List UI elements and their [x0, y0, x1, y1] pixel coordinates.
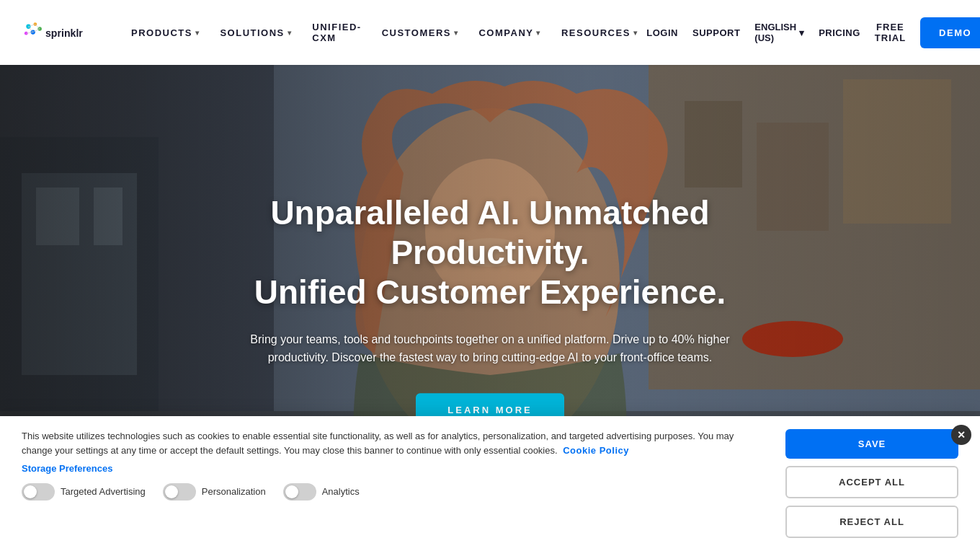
cookie-action-buttons: SAVE ACCEPT ALL REJECT ALL — [785, 429, 958, 538]
cookie-banner: This website utilizes technologies such … — [0, 416, 980, 551]
cookie-save-button[interactable]: SAVE — [785, 429, 958, 459]
cookie-reject-all-button[interactable]: REJECT ALL — [785, 506, 958, 538]
targeted-advertising-toggle[interactable] — [22, 483, 55, 501]
main-nav: PRODUCTS ▾ SOLUTIONS ▾ UNIFIED-CXM CUSTO… — [122, 16, 646, 49]
cookie-policy-link[interactable]: Cookie Policy — [563, 445, 629, 456]
storage-preferences-link[interactable]: Storage Preferences — [22, 462, 764, 476]
hero-subtext: Bring your teams, tools and touchpoints … — [220, 330, 760, 367]
nav-company[interactable]: COMPANY ▾ — [470, 22, 549, 44]
cookie-close-button[interactable]: ✕ — [951, 425, 971, 445]
toggle-personalization-label: Personalization — [202, 485, 266, 499]
chevron-down-icon: ▾ — [195, 29, 200, 37]
pricing-link[interactable]: PRICING — [819, 27, 860, 38]
personalization-toggle[interactable] — [163, 483, 196, 501]
cookie-text-section: This website utilizes technologies such … — [22, 429, 764, 501]
toggle-targeted-advertising: Targeted Advertising — [22, 483, 146, 501]
svg-text:sprinklr: sprinklr — [45, 27, 83, 39]
toggle-personalization: Personalization — [163, 483, 266, 501]
nav-customers[interactable]: CUSTOMERS ▾ — [373, 22, 468, 44]
chevron-down-icon: ▾ — [633, 29, 638, 37]
svg-line-6 — [35, 25, 40, 29]
chevron-down-icon: ▾ — [288, 29, 293, 37]
hero-headline: Unparalleled AI. Unmatched Productivity.… — [220, 193, 760, 313]
toggle-analytics: Analytics — [283, 483, 360, 501]
close-icon: ✕ — [957, 429, 966, 441]
site-logo[interactable]: sprinklr — [22, 19, 101, 46]
cookie-toggles: Targeted Advertising Personalization Ana… — [22, 483, 764, 501]
navbar: sprinklr PRODUCTS ▾ SOLUTIONS ▾ UNIFIED-… — [0, 0, 980, 65]
nav-unified-cxm-label: UNIFIED-CXM — [312, 22, 361, 43]
navbar-right: LOGIN SUPPORT ENGLISH (US) ▾ PRICING FRE… — [646, 17, 980, 48]
hero-content: Unparalleled AI. Unmatched Productivity.… — [220, 193, 760, 427]
toggle-targeted-advertising-label: Targeted Advertising — [61, 485, 146, 499]
chevron-down-icon: ▾ — [536, 29, 541, 37]
support-link[interactable]: SUPPORT — [692, 27, 740, 38]
chevron-down-icon: ▾ — [454, 29, 459, 37]
chevron-down-icon: ▾ — [799, 27, 804, 38]
nav-resources-label: RESOURCES — [561, 27, 631, 38]
hero-headline-line1: Unparalleled AI. Unmatched Productivity. — [270, 194, 709, 271]
login-link[interactable]: LOGIN — [646, 27, 678, 38]
hero-headline-line2: Unified Customer Experience. — [254, 274, 726, 312]
nav-products-label: PRODUCTS — [131, 27, 192, 38]
cookie-accept-all-button[interactable]: ACCEPT ALL — [785, 466, 958, 498]
nav-resources[interactable]: RESOURCES ▾ — [553, 22, 646, 44]
demo-button[interactable]: DEMO — [920, 17, 980, 48]
free-trial-button[interactable]: FREE TRIAL — [875, 22, 906, 43]
nav-solutions[interactable]: SOLUTIONS ▾ — [211, 22, 300, 44]
nav-solutions-label: SOLUTIONS — [220, 27, 284, 38]
toggle-analytics-label: Analytics — [322, 485, 360, 499]
svg-line-7 — [28, 27, 32, 32]
language-label: ENGLISH (US) — [754, 22, 796, 43]
nav-products[interactable]: PRODUCTS ▾ — [122, 22, 208, 44]
nav-customers-label: CUSTOMERS — [382, 27, 451, 38]
nav-company-label: COMPANY — [478, 27, 533, 38]
analytics-toggle[interactable] — [283, 483, 316, 501]
language-selector[interactable]: ENGLISH (US) ▾ — [754, 22, 804, 43]
nav-unified-cxm[interactable]: UNIFIED-CXM — [303, 16, 370, 49]
